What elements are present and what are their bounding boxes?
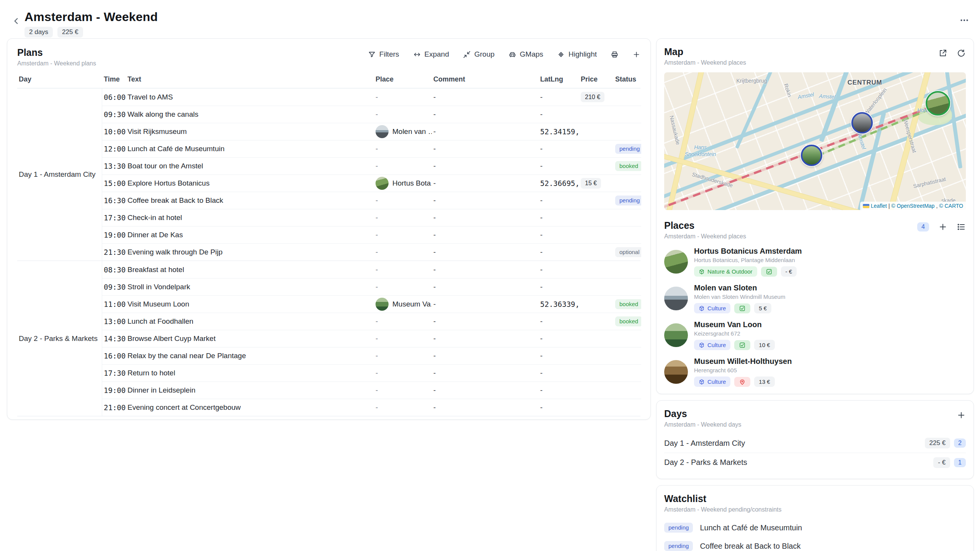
- osm-link[interactable]: © OpenStreetMap: [891, 203, 934, 209]
- map-label: Rokin: [783, 83, 793, 98]
- plan-status: booked: [614, 161, 641, 171]
- place-item[interactable]: Museum Willet-Holthuysen Herengracht 605…: [664, 357, 966, 387]
- plan-row[interactable]: 13:00 Lunch at Foodhallen - - - booked: [102, 313, 641, 330]
- plan-row[interactable]: 09:30 Walk along the canals - - -: [102, 106, 641, 123]
- plan-row[interactable]: 11:00 Visit Museum Loon Museum Va… - 52.…: [102, 295, 641, 313]
- place-avatar: [664, 360, 688, 384]
- cube-icon: [699, 269, 705, 275]
- plan-time: 14:30: [102, 334, 126, 343]
- plan-row[interactable]: 16:00 Relax by the canal near De Plantag…: [102, 347, 641, 364]
- plan-row[interactable]: 09:30 Stroll in Vondelpark - - -: [102, 278, 641, 295]
- plan-latlng: -: [539, 162, 579, 170]
- status-badge: booked: [615, 316, 641, 326]
- column-header-price[interactable]: Price: [579, 75, 614, 83]
- plan-row[interactable]: 13:30 Boat tour on the Amstel - - - book…: [102, 157, 641, 174]
- plan-comment: -: [432, 93, 539, 101]
- plan-row[interactable]: 21:00 Evening concert at Concertgebouw -…: [102, 399, 641, 416]
- plan-row[interactable]: 14:30 Browse Albert Cuyp Market - - -: [102, 330, 641, 347]
- watchlist-item[interactable]: pending Coffee break at Back to Black: [664, 537, 966, 551]
- museum-van-loon-marker[interactable]: [801, 145, 822, 166]
- days-plus-button[interactable]: [957, 411, 966, 420]
- column-header-latlng[interactable]: LatLng: [539, 75, 579, 83]
- plan-latlng: -: [539, 317, 579, 326]
- map-canvas[interactable]: KrijtbergbrugRokinAmstelAmstelCENTRUMWat…: [664, 72, 966, 210]
- plan-text: Dinner in Leidseplein: [126, 386, 374, 395]
- day-group-label: Day 1 - Amsterdam City: [17, 88, 102, 261]
- places-count-badge: 4: [917, 222, 929, 231]
- carto-link[interactable]: © CARTO: [939, 203, 963, 209]
- place-item[interactable]: Museum Van Loon Keizersgracht 672 Cultur…: [664, 320, 966, 350]
- status-badge: pending: [615, 196, 641, 205]
- toolbar-printer-button[interactable]: [611, 51, 619, 59]
- day-item[interactable]: Day 2 - Parks & Markets - € 1: [664, 453, 966, 472]
- column-header-time[interactable]: Time: [102, 75, 126, 83]
- place-address: Molen van Sloten Windmill Museum: [694, 293, 785, 300]
- plan-status: pending: [614, 196, 641, 205]
- column-header-comment[interactable]: Comment: [432, 75, 539, 83]
- plan-comment: -: [432, 231, 539, 239]
- toolbar-highlight-button[interactable]: Highlight: [557, 50, 597, 59]
- toolbar-group-button[interactable]: Group: [463, 50, 495, 59]
- hortus-botanicus-marker[interactable]: [926, 91, 950, 116]
- watchlist-item[interactable]: pending Lunch at Café de Museumtuin: [664, 518, 966, 537]
- places-actions: 4: [917, 222, 966, 231]
- plan-row[interactable]: 15:00 Explore Hortus Botanicus Hortus Bo…: [102, 174, 641, 192]
- plan-place: -: [374, 283, 432, 291]
- more-menu-button[interactable]: [959, 15, 969, 26]
- plan-place: -: [374, 248, 432, 256]
- day-item[interactable]: Day 1 - Amsterdam City 225 € 2: [664, 434, 966, 453]
- plans-title: Plans: [17, 47, 96, 58]
- category-badge: Culture: [694, 340, 730, 350]
- trip-summary-badges: 2 days225 €: [24, 27, 969, 37]
- place-item[interactable]: Molen van Sloten Molen van Sloten Windmi…: [664, 284, 966, 313]
- map-label: Hans Snoekfontein: [679, 144, 722, 158]
- toolbar-filters-button[interactable]: Filters: [368, 50, 399, 59]
- trip-badge: 2 days: [24, 27, 53, 37]
- column-header-day[interactable]: Day: [17, 75, 102, 83]
- plan-comment: -: [432, 369, 539, 377]
- plan-latlng: -: [539, 334, 579, 343]
- plan-row[interactable]: 21:30 Evening walk through De Pijp - - -…: [102, 243, 641, 261]
- map-refresh-button[interactable]: [957, 49, 966, 58]
- places-plus-button[interactable]: [938, 222, 947, 231]
- plan-row[interactable]: 17:30 Return to hotel - - -: [102, 364, 641, 381]
- plan-row[interactable]: 16:30 Coffee break at Back to Black - - …: [102, 192, 641, 209]
- map-label: Krijtbergbrug: [736, 78, 767, 84]
- leaflet-link[interactable]: Leaflet: [871, 203, 887, 209]
- column-header-text[interactable]: Text: [126, 75, 374, 83]
- map-fullscreen-button[interactable]: [938, 49, 947, 58]
- plan-status: booked: [614, 316, 641, 326]
- plan-place: -: [374, 334, 432, 343]
- plan-place: -: [374, 162, 432, 170]
- plan-time: 17:30: [102, 369, 126, 377]
- column-header-status[interactable]: Status: [614, 75, 641, 83]
- plan-comment: -: [432, 334, 539, 343]
- toolbar-expand-button[interactable]: Expand: [413, 50, 449, 59]
- plan-latlng: -: [539, 369, 579, 377]
- plan-place: -: [374, 403, 432, 412]
- toolbar-plus-button[interactable]: [632, 51, 640, 59]
- plan-comment: -: [432, 248, 539, 256]
- plan-row[interactable]: 12:00 Lunch at Café de Museumtuin - - - …: [102, 140, 641, 157]
- toolbar-gmaps-button[interactable]: GMaps: [508, 50, 543, 59]
- plan-row[interactable]: 08:30 Breakfast at hotel - - -: [102, 261, 641, 278]
- place-item[interactable]: Hortus Botanicus Amsterdam Hortus Botani…: [664, 247, 966, 277]
- days-title: Days: [664, 408, 742, 419]
- plan-row[interactable]: 06:00 Travel to AMS - - - 210 €: [102, 88, 641, 106]
- back-button[interactable]: [10, 15, 23, 28]
- plan-row[interactable]: 19:00 Dinner at De Kas - - -: [102, 226, 641, 243]
- day-group: Day 1 - Amsterdam City 06:00 Travel to A…: [17, 88, 640, 261]
- category-badge: Culture: [694, 377, 730, 387]
- plan-row[interactable]: 17:30 Check-in at hotel - - -: [102, 209, 641, 226]
- day-group-label: Day 2 - Parks & Markets: [17, 261, 102, 416]
- plan-text: Relax by the canal near De Plantage: [126, 352, 374, 360]
- plan-time: 09:30: [102, 110, 126, 119]
- plan-place: -: [374, 317, 432, 326]
- museum-willet-holthuysen-marker[interactable]: [851, 112, 873, 134]
- column-header-place[interactable]: Place: [374, 75, 432, 83]
- plan-row[interactable]: 10:00 Visit Rijksmuseum Molen van … - 52…: [102, 123, 641, 140]
- plan-row[interactable]: 19:00 Dinner in Leidseplein - - -: [102, 381, 641, 399]
- plan-comment: -: [432, 179, 539, 187]
- places-list-button[interactable]: [957, 222, 966, 231]
- plus-icon: [957, 411, 966, 420]
